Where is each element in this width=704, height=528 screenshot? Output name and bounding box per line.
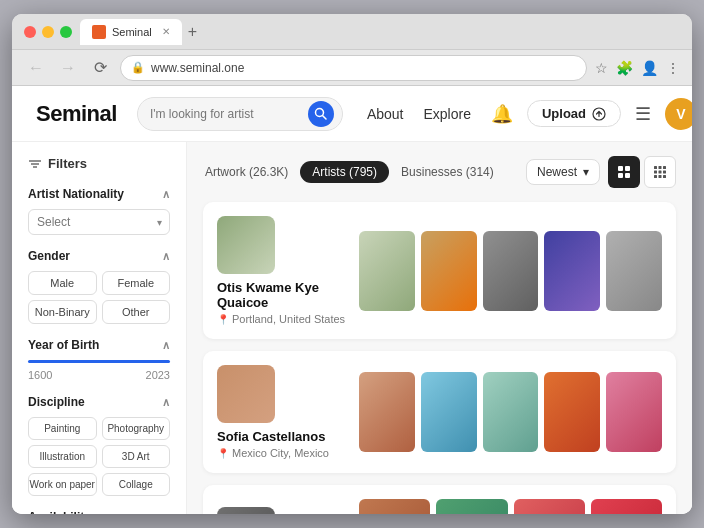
tab-close-icon[interactable]: ✕ (162, 26, 170, 37)
nationality-select[interactable]: Select (28, 209, 170, 235)
avatar[interactable]: V (665, 98, 692, 130)
search-button[interactable] (308, 101, 334, 127)
browser-titlebar: Seminal ✕ + (12, 14, 692, 50)
tab-title: Seminal (112, 26, 152, 38)
discipline-photography[interactable]: Photography (102, 417, 171, 440)
nav-links: About Explore (367, 106, 471, 122)
thumbnail-1-1[interactable] (359, 231, 415, 311)
artwork-thumbnails-2 (359, 372, 662, 452)
filters-icon (28, 157, 42, 171)
extensions-button[interactable]: 🧩 (616, 60, 633, 76)
upload-button[interactable]: Upload (527, 100, 621, 127)
nav-explore[interactable]: Explore (423, 106, 470, 122)
gender-nonbinary[interactable]: Non-Binary (28, 300, 97, 324)
chevron-up-icon-5: ∧ (162, 511, 170, 515)
new-tab-button[interactable]: + (188, 23, 197, 41)
back-button[interactable]: ← (24, 56, 48, 80)
content-area: Artwork (26.3K) Artists (795) Businesses… (187, 142, 692, 514)
thumbnail-2-2[interactable] (421, 372, 477, 452)
forward-button[interactable]: → (56, 56, 80, 80)
tab-businesses[interactable]: Businesses (314) (399, 161, 496, 183)
fullscreen-button[interactable] (60, 26, 72, 38)
svg-rect-11 (659, 166, 662, 169)
gender-male[interactable]: Male (28, 271, 97, 295)
filter-nationality-title[interactable]: Artist Nationality ∧ (28, 187, 170, 201)
gender-other[interactable]: Other (102, 300, 171, 324)
refresh-button[interactable]: ⟳ (88, 56, 112, 80)
notification-button[interactable]: 🔔 (491, 103, 513, 125)
thumbnail-3-1[interactable] (359, 499, 430, 514)
grid-small-icon (653, 165, 667, 179)
filter-availability: Availability ∧ (28, 510, 170, 514)
upload-icon (592, 107, 606, 121)
nav-about[interactable]: About (367, 106, 404, 122)
thumbnail-1-5[interactable] (606, 231, 662, 311)
thumbnail-2-1[interactable] (359, 372, 415, 452)
discipline-collage[interactable]: Collage (102, 473, 171, 496)
menu-button[interactable]: ☰ (635, 103, 651, 125)
chevron-up-icon-3: ∧ (162, 339, 170, 352)
thumbnail-2-3[interactable] (483, 372, 539, 452)
thumbnail-3-3[interactable] (514, 499, 585, 514)
svg-rect-14 (659, 171, 662, 174)
artist-name-2: Sofia Castellanos (217, 429, 347, 444)
profile-button[interactable]: 👤 (641, 60, 658, 76)
filter-gender-title[interactable]: Gender ∧ (28, 249, 170, 263)
address-bar[interactable]: 🔒 www.seminal.one (120, 55, 587, 81)
year-range-labels: 1600 2023 (28, 369, 170, 381)
more-button[interactable]: ⋮ (666, 60, 680, 76)
sidebar: Filters Artist Nationality ∧ Select ▾ (12, 142, 187, 514)
close-button[interactable] (24, 26, 36, 38)
filter-availability-title[interactable]: Availability ∧ (28, 510, 170, 514)
search-bar[interactable] (137, 97, 343, 131)
discipline-3dart[interactable]: 3D Art (102, 445, 171, 468)
filter-discipline-title[interactable]: Discipline ∧ (28, 395, 170, 409)
star-button[interactable]: ☆ (595, 60, 608, 76)
tabs-row: Artwork (26.3K) Artists (795) Businesses… (203, 161, 496, 183)
browser-tab[interactable]: Seminal ✕ (80, 19, 182, 45)
discipline-painting[interactable]: Painting (28, 417, 97, 440)
filter-year: Year of Birth ∧ 1600 2023 (28, 338, 170, 381)
svg-rect-16 (654, 175, 657, 178)
thumbnail-2-5[interactable] (606, 372, 662, 452)
artist-info-1: Otis Kwame Kye Quaicoe 📍 Portland, Unite… (217, 216, 347, 325)
thumbnail-1-3[interactable] (483, 231, 539, 311)
filter-year-title[interactable]: Year of Birth ∧ (28, 338, 170, 352)
filter-discipline: Discipline ∧ Painting Photography Illust… (28, 395, 170, 496)
artist-card-3[interactable] (203, 485, 676, 514)
discipline-illustration[interactable]: Illustration (28, 445, 97, 468)
artist-card-2[interactable]: Sofia Castellanos 📍 Mexico City, Mexico (203, 351, 676, 473)
year-range-track[interactable] (28, 360, 170, 363)
view-toggle (608, 156, 676, 188)
grid-large-view-button[interactable] (608, 156, 640, 188)
artwork-thumbnails-3 (359, 499, 662, 514)
filter-gender: Gender ∧ Male Female Non-Binary Other (28, 249, 170, 324)
artist-info-3 (217, 507, 347, 514)
sort-chevron-icon: ▾ (583, 165, 589, 179)
minimize-button[interactable] (42, 26, 54, 38)
traffic-lights (24, 26, 72, 38)
thumbnail-3-4[interactable] (591, 499, 662, 514)
discipline-workonpaper[interactable]: Work on paper (28, 473, 97, 496)
year-min: 1600 (28, 369, 52, 381)
artist-name-1: Otis Kwame Kye Quaicoe (217, 280, 347, 310)
tab-artists[interactable]: Artists (795) (300, 161, 389, 183)
thumbnail-3-2[interactable] (436, 499, 507, 514)
sort-dropdown[interactable]: Newest ▾ (526, 159, 600, 185)
thumbnail-2-4[interactable] (544, 372, 600, 452)
filters-label: Filters (48, 156, 87, 171)
svg-rect-15 (663, 171, 666, 174)
app-content: Seminal About Explore 🔔 Upload (12, 86, 692, 514)
gender-female[interactable]: Female (102, 271, 171, 295)
thumbnail-1-4[interactable] (544, 231, 600, 311)
tab-artwork[interactable]: Artwork (26.3K) (203, 161, 290, 183)
sort-view-controls: Newest ▾ (526, 156, 676, 188)
address-text: www.seminal.one (151, 61, 244, 75)
upload-label: Upload (542, 106, 586, 121)
sidebar-filters-header: Filters (28, 156, 170, 171)
search-input[interactable] (150, 107, 300, 121)
grid-small-view-button[interactable] (644, 156, 676, 188)
artist-card-1[interactable]: Otis Kwame Kye Quaicoe 📍 Portland, Unite… (203, 202, 676, 339)
svg-rect-18 (663, 175, 666, 178)
thumbnail-1-2[interactable] (421, 231, 477, 311)
